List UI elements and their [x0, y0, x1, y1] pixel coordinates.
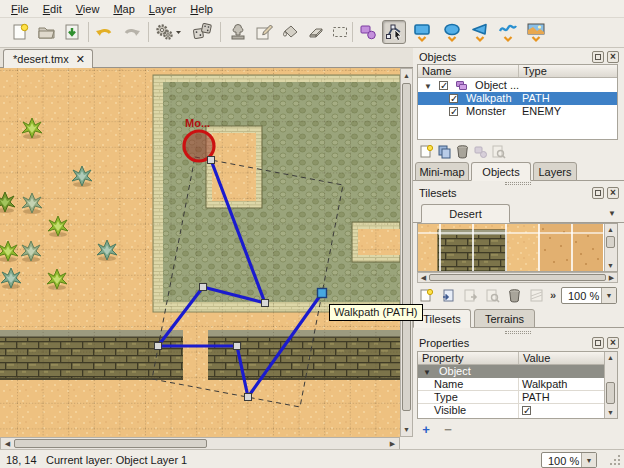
- menu-edit[interactable]: Edit: [36, 1, 69, 17]
- tileset-vscroll-thumb[interactable]: [606, 236, 615, 248]
- tilesets-panel-close-button[interactable]: [607, 187, 619, 199]
- scroll-up-icon[interactable]: ▲: [605, 352, 616, 363]
- object-row-walkpath[interactable]: Walkpath PATH: [418, 92, 617, 105]
- select-objects-button[interactable]: [356, 20, 380, 44]
- properties-vscroll-thumb[interactable]: [606, 382, 615, 404]
- insert-tile-object-button[interactable]: [524, 20, 548, 44]
- new-tileset-button[interactable]: [417, 287, 435, 303]
- terrain-brush-button[interactable]: [252, 20, 276, 44]
- edit-polygons-button[interactable]: [382, 20, 406, 44]
- objects-panel-close-button[interactable]: [607, 51, 619, 63]
- object-layer-row[interactable]: ▼ Object ...: [418, 79, 617, 92]
- properties-panel-close-button[interactable]: [607, 337, 619, 349]
- insert-rectangle-button[interactable]: [410, 20, 434, 44]
- vertex-handle-selected[interactable]: [318, 289, 327, 298]
- remove-objects-button[interactable]: [453, 143, 471, 159]
- new-object-button[interactable]: [417, 143, 435, 159]
- tab-objects[interactable]: Objects: [471, 162, 531, 181]
- vertex-handle[interactable]: [155, 343, 162, 350]
- property-row-visible[interactable]: Visible: [418, 404, 604, 419]
- menu-view[interactable]: View: [69, 1, 107, 17]
- tab-desert-tileset[interactable]: Desert: [421, 204, 510, 223]
- scroll-down-icon[interactable]: ▼: [605, 260, 616, 271]
- scroll-up-icon[interactable]: ▲: [401, 70, 412, 81]
- checkbox-checked-icon[interactable]: [439, 81, 448, 90]
- import-tileset-button[interactable]: [439, 287, 457, 303]
- objects-panel-float-button[interactable]: [592, 51, 604, 63]
- vertex-handle[interactable]: [200, 284, 207, 291]
- undo-button[interactable]: [92, 20, 116, 44]
- canvas-vertical-scrollbar[interactable]: ▲ ▼: [400, 68, 413, 437]
- tileset-zoom-combo[interactable]: 100 % ▼: [561, 287, 617, 304]
- properties-group-object[interactable]: ▼ Object: [418, 365, 604, 378]
- tileset-horizontal-scrollbar[interactable]: ◀ ▶: [417, 272, 618, 283]
- scroll-left-icon[interactable]: ◀: [418, 272, 429, 283]
- tileset-view[interactable]: ▲ ▼: [417, 223, 618, 272]
- scroll-right-icon[interactable]: ▶: [387, 438, 398, 449]
- eraser-button[interactable]: [304, 20, 328, 44]
- menu-layer[interactable]: Layer: [142, 1, 184, 17]
- object-properties-button[interactable]: [489, 143, 507, 159]
- insert-polyline-button[interactable]: [496, 20, 520, 44]
- stamp-brush-button[interactable]: [226, 20, 250, 44]
- tileset-vertical-scrollbar[interactable]: ▲ ▼: [604, 224, 617, 271]
- properties-table[interactable]: Property Value ▼ Object Name Walkpath Ty…: [417, 351, 618, 419]
- tileset-properties-button[interactable]: [483, 287, 501, 303]
- new-map-button[interactable]: [8, 20, 32, 44]
- scroll-down-icon[interactable]: ▼: [605, 407, 616, 418]
- toolbar-overflow-icon[interactable]: »: [550, 289, 556, 301]
- object-row-monster[interactable]: Monster ENEMY: [418, 105, 617, 118]
- dock-splitter[interactable]: [505, 182, 531, 185]
- canvas-vscroll-thumb[interactable]: [402, 83, 411, 411]
- export-tileset-button[interactable]: [461, 287, 479, 303]
- edit-terrain-button[interactable]: [527, 287, 545, 303]
- properties-panel-float-button[interactable]: [592, 337, 604, 349]
- redo-button[interactable]: [120, 20, 144, 44]
- scroll-down-icon[interactable]: ▼: [401, 424, 412, 435]
- tab-layers[interactable]: Layers: [533, 162, 577, 181]
- checkbox-checked-icon[interactable]: [449, 94, 458, 103]
- remove-property-button[interactable]: −: [441, 422, 455, 436]
- insert-ellipse-button[interactable]: [440, 20, 464, 44]
- objects-tree[interactable]: Name Type ▼ Object ... Walkpath PATH Mon…: [417, 64, 618, 140]
- tilesets-panel-float-button[interactable]: [592, 187, 604, 199]
- document-tab[interactable]: *desert.tmx✕: [3, 49, 93, 68]
- rect-select-button[interactable]: [328, 20, 352, 44]
- tab-terrains[interactable]: Terrains: [474, 309, 535, 328]
- remove-tileset-button[interactable]: [505, 287, 523, 303]
- combo-dropdown-icon[interactable]: ▼: [581, 453, 596, 467]
- map-canvas[interactable]: Mo...: [0, 68, 400, 437]
- dock-splitter[interactable]: [505, 331, 531, 334]
- tileset-list-dropdown-icon[interactable]: ▼: [608, 209, 616, 218]
- vertex-handle[interactable]: [208, 157, 215, 164]
- properties-vertical-scrollbar[interactable]: ▲ ▼: [604, 352, 617, 418]
- bucket-fill-button[interactable]: [278, 20, 302, 44]
- insert-polygon-button[interactable]: [468, 20, 492, 44]
- tileset-hscroll-thumb[interactable]: [429, 274, 606, 281]
- vertex-handle[interactable]: [245, 394, 252, 401]
- raise-object-button[interactable]: [471, 143, 489, 159]
- canvas-hscroll-thumb[interactable]: [14, 439, 207, 448]
- scroll-up-icon[interactable]: ▲: [605, 224, 616, 235]
- combo-dropdown-icon[interactable]: ▼: [601, 288, 616, 303]
- vertex-handle[interactable]: [234, 343, 241, 350]
- duplicate-objects-button[interactable]: [435, 143, 453, 159]
- tab-close-icon[interactable]: ✕: [76, 53, 85, 65]
- map-zoom-combo[interactable]: 100 % ▼: [541, 452, 597, 468]
- property-row-name[interactable]: Name Walkpath: [418, 378, 604, 391]
- scroll-left-icon[interactable]: ◀: [2, 438, 13, 449]
- scroll-right-icon[interactable]: ▶: [606, 272, 617, 283]
- open-map-button[interactable]: [34, 20, 58, 44]
- property-row-type[interactable]: Type PATH: [418, 391, 604, 404]
- menu-file[interactable]: File: [4, 1, 36, 17]
- checkbox-checked-icon[interactable]: [449, 107, 458, 116]
- menu-help[interactable]: Help: [183, 1, 220, 17]
- save-map-button[interactable]: [60, 20, 84, 44]
- execute-command-button[interactable]: [152, 20, 186, 44]
- checkbox-checked-icon[interactable]: [522, 406, 531, 415]
- menu-map[interactable]: Map: [106, 1, 141, 17]
- tab-mini-map[interactable]: Mini-map: [415, 162, 469, 181]
- add-property-button[interactable]: +: [419, 422, 433, 436]
- window-resize-grip[interactable]: [609, 454, 621, 466]
- vertex-handle[interactable]: [262, 300, 269, 307]
